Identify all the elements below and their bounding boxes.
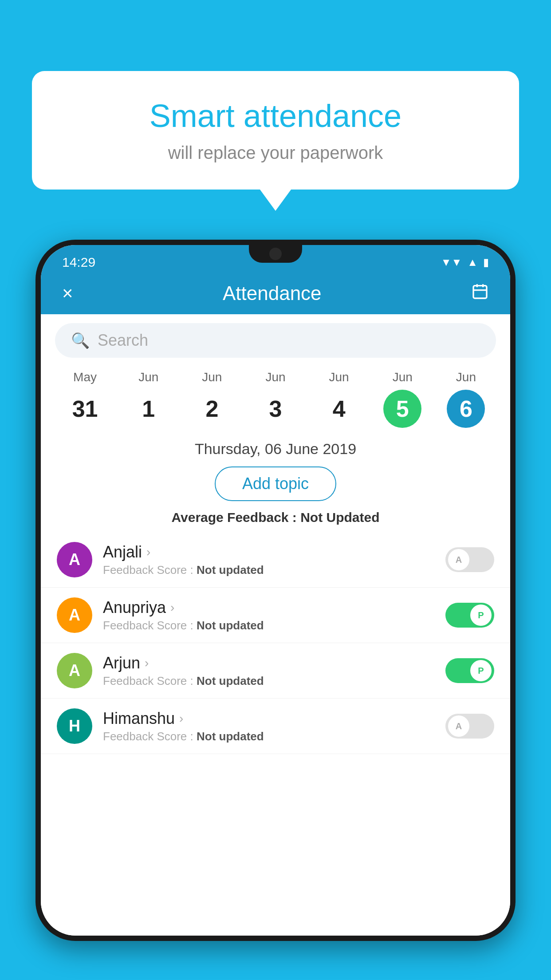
chevron-right-icon: ›	[179, 711, 183, 726]
close-button[interactable]: ×	[62, 283, 73, 304]
avg-feedback-value: Not Updated	[300, 510, 379, 525]
app-header: × Attendance	[41, 274, 510, 314]
calendar-strip: May 31 Jun 1 Jun 2 Jun 3 Jun 4 Jun 5 Jun…	[41, 362, 510, 432]
speech-bubble: Smart attendance will replace your paper…	[32, 71, 519, 190]
student-feedback: Feedback Score : Not updated	[103, 674, 435, 688]
day-month: Jun	[329, 370, 349, 384]
search-icon: 🔍	[71, 332, 90, 349]
calendar-day[interactable]: Jun 3	[256, 370, 295, 428]
phone-container: 14:29 ▼▼ ▲ ▮ × Attendance	[35, 240, 516, 980]
calendar-day[interactable]: Jun 1	[130, 370, 168, 428]
calendar-day[interactable]: Jun 2	[193, 370, 231, 428]
battery-icon: ▮	[483, 256, 489, 269]
student-info: Anupriya › Feedback Score : Not updated	[103, 598, 435, 632]
calendar-row: May 31 Jun 1 Jun 2 Jun 3 Jun 4 Jun 5 Jun…	[53, 370, 498, 428]
student-avatar: A	[57, 653, 92, 688]
student-name: Arjun ›	[103, 654, 435, 672]
phone-screen: 14:29 ▼▼ ▲ ▮ × Attendance	[41, 245, 510, 936]
bubble-subtitle: will replace your paperwork	[67, 143, 484, 163]
student-info: Arjun › Feedback Score : Not updated	[103, 654, 435, 688]
day-month: Jun	[202, 370, 222, 384]
day-number: 2	[193, 390, 231, 428]
student-item[interactable]: A Anupriya › Feedback Score : Not update…	[41, 588, 510, 643]
phone-notch	[249, 245, 302, 263]
calendar-day[interactable]: Jun 4	[320, 370, 358, 428]
day-number: 31	[66, 390, 104, 428]
avg-feedback-label: Average Feedback :	[171, 510, 296, 525]
student-feedback: Feedback Score : Not updated	[103, 619, 435, 632]
feedback-value: Not updated	[197, 619, 264, 632]
toggle-knob: P	[470, 660, 492, 681]
status-icons: ▼▼ ▲ ▮	[441, 256, 489, 269]
student-avatar: A	[57, 597, 92, 633]
attendance-toggle-container[interactable]: P	[445, 658, 494, 683]
student-item[interactable]: A Arjun › Feedback Score : Not updated P	[41, 643, 510, 699]
calendar-icon[interactable]	[471, 283, 489, 304]
add-topic-button[interactable]: Add topic	[215, 466, 336, 501]
student-feedback: Feedback Score : Not updated	[103, 730, 435, 743]
toggle-knob: A	[448, 715, 469, 737]
svg-rect-0	[473, 285, 487, 298]
speech-bubble-area: Smart attendance will replace your paper…	[32, 71, 519, 190]
student-list: A Anjali › Feedback Score : Not updated …	[41, 532, 510, 936]
feedback-value: Not updated	[197, 563, 264, 577]
search-placeholder: Search	[98, 331, 148, 350]
status-time: 14:29	[62, 255, 95, 270]
student-info: Himanshu › Feedback Score : Not updated	[103, 709, 435, 743]
chevron-right-icon: ›	[145, 656, 149, 670]
day-number: 4	[320, 390, 358, 428]
student-feedback: Feedback Score : Not updated	[103, 563, 435, 577]
chevron-right-icon: ›	[170, 601, 174, 615]
wifi-icon: ▼▼	[441, 256, 462, 269]
attendance-toggle[interactable]: A	[445, 714, 494, 739]
student-name: Himanshu ›	[103, 709, 435, 728]
signal-icon: ▲	[467, 256, 478, 269]
attendance-toggle-container[interactable]: P	[445, 603, 494, 628]
student-info: Anjali › Feedback Score : Not updated	[103, 543, 435, 577]
calendar-day[interactable]: Jun 5	[383, 370, 421, 428]
day-month: Jun	[393, 370, 413, 384]
student-avatar: H	[57, 708, 92, 744]
student-name: Anupriya ›	[103, 598, 435, 617]
add-topic-container: Add topic	[41, 461, 510, 506]
feedback-value: Not updated	[197, 674, 264, 688]
attendance-toggle[interactable]: A	[445, 547, 494, 572]
average-feedback: Average Feedback : Not Updated	[41, 506, 510, 532]
phone-camera	[269, 248, 282, 260]
toggle-knob: A	[448, 549, 469, 570]
chevron-right-icon: ›	[146, 545, 150, 559]
attendance-toggle-container[interactable]: A	[445, 547, 494, 572]
day-month: May	[73, 370, 97, 384]
attendance-toggle-container[interactable]: A	[445, 714, 494, 739]
day-month: Jun	[138, 370, 158, 384]
day-number: 1	[130, 390, 168, 428]
header-title: Attendance	[223, 282, 322, 304]
day-number: 3	[256, 390, 295, 428]
attendance-toggle[interactable]: P	[445, 603, 494, 628]
day-number: 6	[447, 390, 485, 428]
student-item[interactable]: A Anjali › Feedback Score : Not updated …	[41, 532, 510, 588]
toggle-knob: P	[470, 605, 492, 626]
bubble-title: Smart attendance	[67, 98, 484, 134]
calendar-day[interactable]: Jun 6	[447, 370, 485, 428]
phone-frame: 14:29 ▼▼ ▲ ▮ × Attendance	[35, 240, 516, 941]
day-month: Jun	[265, 370, 285, 384]
student-item[interactable]: H Himanshu › Feedback Score : Not update…	[41, 699, 510, 754]
search-bar[interactable]: 🔍 Search	[55, 323, 496, 358]
day-month: Jun	[456, 370, 476, 384]
day-number: 5	[383, 390, 421, 428]
student-avatar: A	[57, 542, 92, 577]
selected-date-label: Thursday, 06 June 2019	[41, 432, 510, 461]
search-container: 🔍 Search	[41, 314, 510, 362]
attendance-toggle[interactable]: P	[445, 658, 494, 683]
feedback-value: Not updated	[197, 730, 264, 743]
calendar-day[interactable]: May 31	[66, 370, 104, 428]
student-name: Anjali ›	[103, 543, 435, 561]
